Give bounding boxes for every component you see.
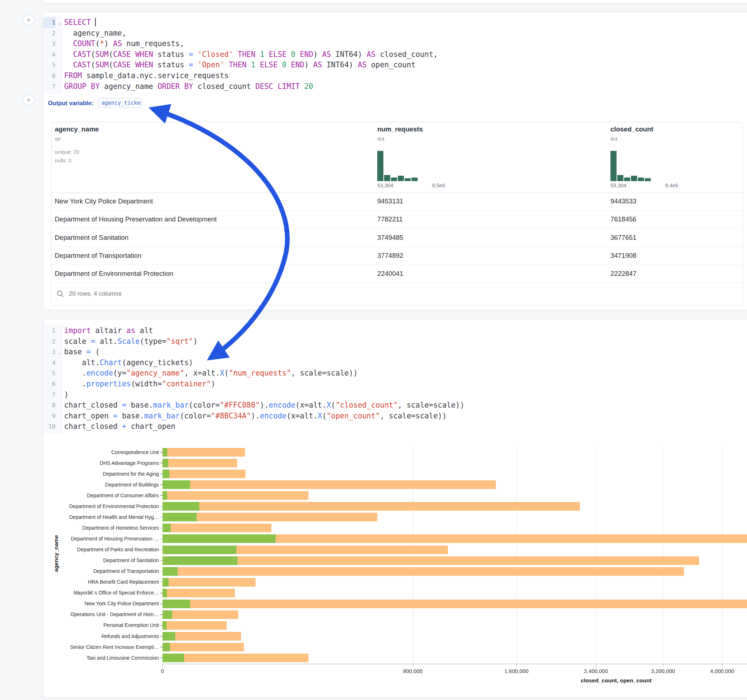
table-cell: 3749485: [377, 229, 403, 246]
table-row: Department of Environmental Protection22…: [51, 265, 742, 283]
table-header: agency_namestrunique: 20nulls: 0num_requ…: [51, 122, 742, 193]
category-label: Department of Housing Preservation …: [43, 536, 159, 542]
fold-chevron-icon[interactable]: ⌄: [57, 347, 62, 358]
code-line[interactable]: 7): [43, 389, 464, 400]
code-line[interactable]: 2 agency_name,: [43, 28, 438, 39]
code-token: X: [327, 401, 331, 409]
code-line[interactable]: 2scale = alt.Scale(type="sqrt"): [43, 336, 464, 347]
code-line[interactable]: 1import altair as alt: [43, 326, 464, 336]
code-token: 0: [282, 60, 286, 69]
histogram-bar: [624, 178, 630, 181]
code-token: , scale=scale)): [291, 369, 358, 377]
bar-chart: closed_count, open_count agency_name Cor…: [43, 445, 747, 697]
code-text: chart_closed + chart_open: [64, 421, 175, 432]
code-token: agency_name,: [64, 29, 127, 38]
line-number: 4: [43, 49, 56, 60]
add-cell-button[interactable]: +: [23, 94, 34, 106]
python-editor[interactable]: 1import altair as alt2scale = alt.Scale(…: [43, 326, 464, 432]
bar-open_count: [163, 578, 169, 587]
category-label: Operations Unit - Department of Hom…: [43, 611, 159, 617]
code-line[interactable]: 7GROUP BY agency_name ORDER BY closed_co…: [43, 81, 438, 92]
code-token: 1: [251, 60, 255, 69]
code-token: "agency_name": [127, 369, 184, 377]
code-text: GROUP BY agency_name ORDER BY closed_cou…: [64, 81, 313, 92]
code-line[interactable]: 5 .encode(y="agency_name", x=alt.X("num_…: [43, 368, 464, 379]
column-type: str: [55, 136, 61, 142]
code-line[interactable]: 10chart_closed + chart_open: [43, 421, 464, 432]
category-label: New York City Police Department: [43, 600, 159, 606]
code-token: ): [313, 50, 322, 59]
bar-closed_count: [163, 556, 699, 565]
code-token: ).: [251, 412, 260, 420]
code-token: properties: [86, 380, 131, 388]
code-token: Scale: [118, 337, 140, 345]
bar-open_count: [163, 589, 167, 597]
bar-open_count: [163, 480, 190, 489]
results-table: agency_namestrunique: 20nulls: 0num_requ…: [51, 122, 743, 306]
bar-open_count: [163, 632, 175, 641]
table-row: New York City Police Department945313194…: [51, 193, 742, 211]
code-line[interactable]: 3⌄base = (: [43, 347, 464, 358]
code-line[interactable]: 6 .properties(width="container"): [43, 379, 464, 389]
add-cell-button[interactable]: +: [23, 14, 34, 26]
code-token: X: [220, 369, 224, 377]
code-line[interactable]: 5 CAST(SUM(CASE WHEN status = 'Open' THE…: [43, 60, 438, 71]
code-token: encode: [260, 412, 286, 420]
code-token: (x=alt.: [295, 401, 327, 409]
code-token: THEN: [237, 50, 255, 59]
bar-open_count: [163, 502, 199, 511]
code-token: AS: [322, 50, 331, 59]
code-token: END: [291, 60, 304, 69]
code-line[interactable]: 1⌄SELECT: [43, 17, 438, 28]
code-line[interactable]: 4 CAST(SUM(CASE WHEN status = 'Closed' T…: [43, 49, 438, 60]
output-variable-chip[interactable]: agency_tickets: [98, 98, 142, 108]
sql-cell: 1⌄SELECT 2 agency_name,3 COUNT(*) AS num…: [43, 12, 747, 310]
code-token: base.: [118, 412, 144, 420]
bar-closed_count: [163, 448, 245, 457]
bar-open_count: [163, 513, 197, 521]
code-token: [256, 60, 260, 69]
code-token: =: [113, 412, 118, 420]
code-line[interactable]: 4 alt.Chart(agency_tickets): [43, 358, 464, 368]
code-token: [286, 60, 291, 69]
code-token: (: [91, 50, 95, 59]
code-token: AS: [358, 60, 367, 69]
code-token: (type=: [140, 337, 166, 345]
bar-closed_count: [163, 578, 256, 587]
code-line[interactable]: 8chart_closed = base.mark_bar(color="#FF…: [43, 400, 464, 411]
code-token: (: [109, 60, 113, 69]
sql-editor[interactable]: 1⌄SELECT 2 agency_name,3 COUNT(*) AS num…: [43, 17, 438, 92]
code-token: alt: [136, 326, 153, 335]
bar-closed_count: [163, 653, 308, 662]
category-label: Mayorâ€ s Office of Special Enforce…: [43, 590, 159, 596]
code-line[interactable]: 9chart_open = base.mark_bar(color="#8BC3…: [43, 411, 464, 422]
code-line[interactable]: 6FROM sample_data.nyc.service_requests: [43, 71, 438, 81]
code-token: "container": [162, 380, 211, 388]
gridline: [516, 445, 517, 664]
code-token: DESC: [256, 82, 273, 91]
fold-chevron-icon[interactable]: ⌄: [57, 18, 62, 29]
code-token: chart_closed: [64, 422, 122, 431]
code-token: =: [91, 337, 95, 345]
bar-closed_count: [163, 589, 235, 597]
bar-open_count: [163, 610, 172, 619]
code-token: altair: [91, 326, 127, 335]
code-token: status: [153, 60, 189, 69]
code-token: [64, 60, 73, 69]
code-token: [256, 50, 260, 59]
code-token: (: [224, 369, 228, 377]
output-variable-row: Output variable: agency_tickets: [48, 98, 142, 108]
bar-closed_count: [163, 621, 227, 630]
x-tick-label: 4,000,000: [710, 668, 734, 674]
gridline: [722, 445, 723, 664]
table-footer: 20 rows, 4 columns: [51, 282, 742, 305]
column-meta: nulls: 0: [55, 158, 71, 163]
search-icon[interactable]: [56, 290, 64, 298]
code-token: [233, 50, 237, 59]
x-tick-label: 2,400,000: [584, 668, 608, 674]
code-line[interactable]: 3 COUNT(*) AS num_requests,: [43, 39, 438, 49]
column-histogram: [611, 151, 678, 181]
histogram-max-label: 9.4e6: [611, 183, 678, 188]
table-row: Department of Sanitation37494853677651: [51, 229, 742, 247]
bar-closed_count: [163, 459, 237, 468]
